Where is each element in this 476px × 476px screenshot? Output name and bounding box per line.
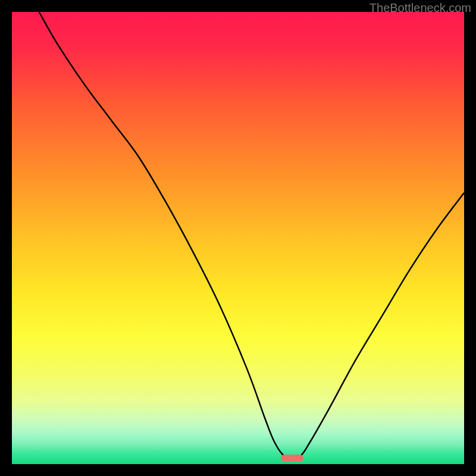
optimal-marker [281,455,303,462]
gradient-background [12,12,464,464]
svg-rect-0 [12,12,464,464]
watermark-text: TheBottleneck.com [369,1,471,15]
chart-frame: TheBottleneck.com [0,0,476,476]
plot-area [12,12,464,464]
